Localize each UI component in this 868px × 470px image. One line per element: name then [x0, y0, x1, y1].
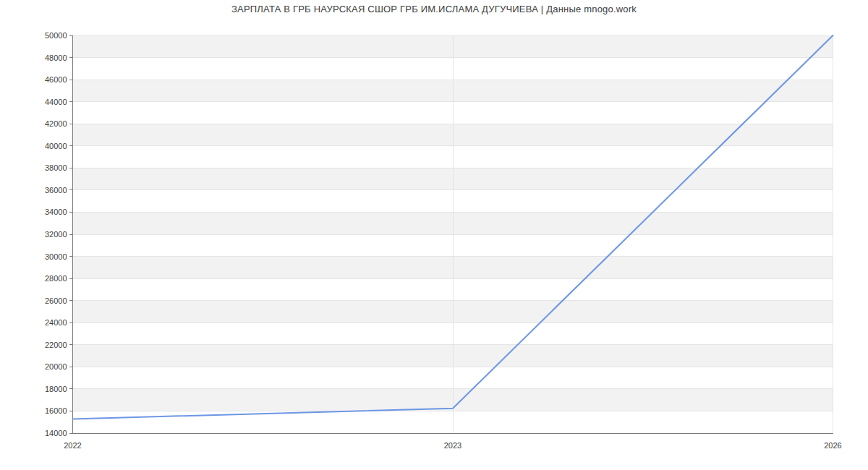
y-axis-tick-label: 38000 — [45, 163, 67, 172]
y-axis-tick-label: 18000 — [45, 385, 67, 393]
y-axis-labels: 1400016000180002000022000240002600028000… — [45, 31, 67, 437]
y-axis-tick-label: 28000 — [45, 274, 67, 283]
y-axis-tick-label: 24000 — [45, 318, 67, 327]
x-axis-labels: 202220232026 — [64, 441, 841, 450]
y-axis-tick-label: 20000 — [45, 362, 67, 371]
y-axis-tick-label: 50000 — [45, 31, 67, 40]
y-axis-tick-label: 36000 — [45, 186, 67, 195]
y-axis-tick-label: 22000 — [45, 341, 67, 349]
y-axis-tick-label: 16000 — [45, 406, 67, 415]
y-axis-tick-label: 14000 — [45, 429, 67, 437]
y-axis-tick-label: 46000 — [45, 75, 67, 84]
y-axis-tick-label: 34000 — [45, 208, 67, 216]
y-axis-tick-label: 48000 — [45, 54, 67, 62]
y-axis-tick-label: 26000 — [45, 296, 67, 305]
y-axis-tick-label: 42000 — [45, 119, 67, 128]
x-axis-tick-label: 2026 — [824, 441, 841, 450]
x-axis-tick-label: 2022 — [64, 441, 81, 450]
y-axis-tick-label: 32000 — [45, 230, 67, 239]
chart-page: ЗАРПЛАТА В ГРБ НАУРСКАЯ СШОР ГРБ ИМ.ИСЛА… — [0, 0, 868, 470]
y-axis-tick-label: 30000 — [45, 252, 67, 261]
y-axis-tick-label: 40000 — [45, 142, 67, 150]
x-axis-tick-label: 2023 — [444, 441, 461, 450]
salary-line-chart: 1400016000180002000022000240002600028000… — [0, 0, 868, 470]
y-axis-tick-label: 44000 — [45, 98, 67, 106]
